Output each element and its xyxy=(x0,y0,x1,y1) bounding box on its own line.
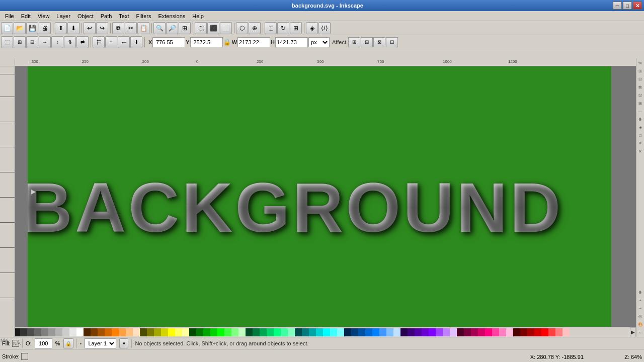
palette-swatch[interactable] xyxy=(457,328,464,336)
palette-swatch[interactable] xyxy=(231,328,238,336)
palette-swatch[interactable] xyxy=(393,328,400,336)
align-c-btn[interactable]: ≡ xyxy=(105,36,117,48)
close-button[interactable]: ✕ xyxy=(633,2,642,10)
palette-swatch[interactable] xyxy=(351,328,358,336)
view-mode[interactable]: ◎ xyxy=(637,313,644,320)
palette-swatch[interactable] xyxy=(154,328,161,336)
menu-text[interactable]: Text xyxy=(116,12,132,20)
snap-guide[interactable]: — xyxy=(637,108,644,115)
palette-swatch[interactable] xyxy=(27,328,34,336)
select-all-button[interactable]: ⬚ xyxy=(195,22,207,34)
undo-button[interactable]: ↩ xyxy=(84,22,96,34)
palette-swatch[interactable] xyxy=(34,328,41,336)
zoom-out-button[interactable]: 🔎 xyxy=(166,22,178,34)
zoom-in2[interactable]: + xyxy=(637,297,644,304)
palette-swatch[interactable] xyxy=(168,328,175,336)
affect-btn1[interactable]: ⊞ xyxy=(348,37,360,47)
maximize-button[interactable]: □ xyxy=(623,2,632,10)
zoom-fit-button[interactable]: ⊞ xyxy=(179,22,191,34)
palette-swatch[interactable] xyxy=(55,328,62,336)
flip-d-btn[interactable]: ⇅ xyxy=(64,36,76,48)
flip-v-btn[interactable]: ↕ xyxy=(51,36,63,48)
menu-filters[interactable]: Filters xyxy=(133,12,154,20)
palette-swatch[interactable] xyxy=(499,328,506,336)
fill-stroke-button[interactable]: ◈ xyxy=(306,22,318,34)
align-t-btn[interactable]: ⬆ xyxy=(130,36,142,48)
palette-swatch[interactable] xyxy=(91,328,98,336)
palette-right[interactable]: ▶ xyxy=(630,327,636,337)
opacity-input[interactable] xyxy=(35,338,52,348)
palette-swatch[interactable] xyxy=(527,328,534,336)
zoom-out2[interactable]: − xyxy=(637,305,644,312)
palette-swatch[interactable] xyxy=(260,328,267,336)
palette-swatch[interactable] xyxy=(224,328,231,336)
palette-swatch[interactable] xyxy=(429,328,436,336)
snap-button[interactable]: ⊕ xyxy=(249,22,261,34)
new-button[interactable]: 📄 xyxy=(1,22,13,34)
menu-path[interactable]: Path xyxy=(98,12,115,20)
palette-swatch[interactable] xyxy=(386,328,393,336)
palette-swatch[interactable] xyxy=(126,328,133,336)
affect-btn4[interactable]: ⊡ xyxy=(386,37,398,47)
palette-swatch[interactable] xyxy=(372,328,379,336)
align-button[interactable]: ⌶ xyxy=(265,22,277,34)
palette-swatch[interactable] xyxy=(485,328,492,336)
palette-swatch[interactable] xyxy=(105,328,112,336)
palette-swatch[interactable] xyxy=(84,328,91,336)
palette-swatch[interactable] xyxy=(288,328,295,336)
palette-swatch[interactable] xyxy=(365,328,372,336)
palette-swatch[interactable] xyxy=(196,328,203,336)
snap-nodes-btn[interactable]: ⊟ xyxy=(26,36,38,48)
snap-bbox2[interactable]: □ xyxy=(637,132,644,139)
palette-swatch[interactable] xyxy=(210,328,217,336)
lock-icon[interactable]: 🔒 xyxy=(223,37,231,47)
palette-swatch[interactable] xyxy=(20,328,27,336)
palette-swatch[interactable] xyxy=(358,328,365,336)
palette-swatch[interactable] xyxy=(274,328,281,336)
palette-swatch[interactable] xyxy=(161,328,168,336)
palette-swatch[interactable] xyxy=(69,328,76,336)
menu-extensions[interactable]: Extensions xyxy=(155,12,188,20)
zoom-in-button[interactable]: 🔍 xyxy=(153,22,166,34)
palette-swatch[interactable] xyxy=(337,328,344,336)
palette-swatch[interactable] xyxy=(119,328,126,336)
menu-help[interactable]: Help xyxy=(189,12,207,20)
palette-swatch[interactable] xyxy=(203,328,210,336)
palette-swatch[interactable] xyxy=(295,328,302,336)
palette-swatch[interactable] xyxy=(471,328,478,336)
layer-dropdown[interactable]: ▼ xyxy=(119,338,128,348)
snap-obj[interactable]: ◈ xyxy=(637,124,644,131)
xml-editor-button[interactable]: ⟨/⟩ xyxy=(318,22,331,34)
redo-button[interactable]: ↪ xyxy=(96,22,108,34)
palette-swatch[interactable] xyxy=(478,328,485,336)
snap-align2[interactable]: ≡ xyxy=(637,140,644,147)
palette-swatch[interactable] xyxy=(520,328,527,336)
menu-file[interactable]: File xyxy=(2,12,17,20)
palette-swatch[interactable] xyxy=(548,328,555,336)
palette-swatch[interactable] xyxy=(408,328,415,336)
object-props-button[interactable]: ⊞ xyxy=(290,22,302,34)
palette-swatch[interactable] xyxy=(555,328,562,336)
rendering[interactable]: ≈ xyxy=(637,329,644,336)
copy-button[interactable]: ⧉ xyxy=(112,22,124,34)
cut-button[interactable]: ✂ xyxy=(125,22,137,34)
palette-swatch[interactable] xyxy=(379,328,386,336)
palette-swatch[interactable] xyxy=(534,328,541,336)
palette-swatch[interactable] xyxy=(267,328,274,336)
palette-swatch[interactable] xyxy=(133,328,140,336)
palette-swatch[interactable] xyxy=(450,328,457,336)
snap-page-btn[interactable]: ⬚ xyxy=(1,36,13,48)
unit-select[interactable]: px mm cm in pt xyxy=(308,37,330,47)
flip-h-btn[interactable]: ↔ xyxy=(39,36,51,48)
palette-swatch[interactable] xyxy=(76,328,84,336)
palette-swatch[interactable] xyxy=(443,328,450,336)
x-input[interactable] xyxy=(152,37,185,47)
print-button[interactable]: 🖨 xyxy=(39,22,51,34)
palette-swatch[interactable] xyxy=(513,328,520,336)
palette-swatch[interactable] xyxy=(48,328,55,336)
snap-off[interactable]: ✕ xyxy=(637,148,644,155)
paste-button[interactable]: 📋 xyxy=(137,22,149,34)
menu-layer[interactable]: Layer xyxy=(53,12,73,20)
palette-swatch[interactable] xyxy=(41,328,48,336)
fill-swatch[interactable]: N/A xyxy=(12,340,19,347)
